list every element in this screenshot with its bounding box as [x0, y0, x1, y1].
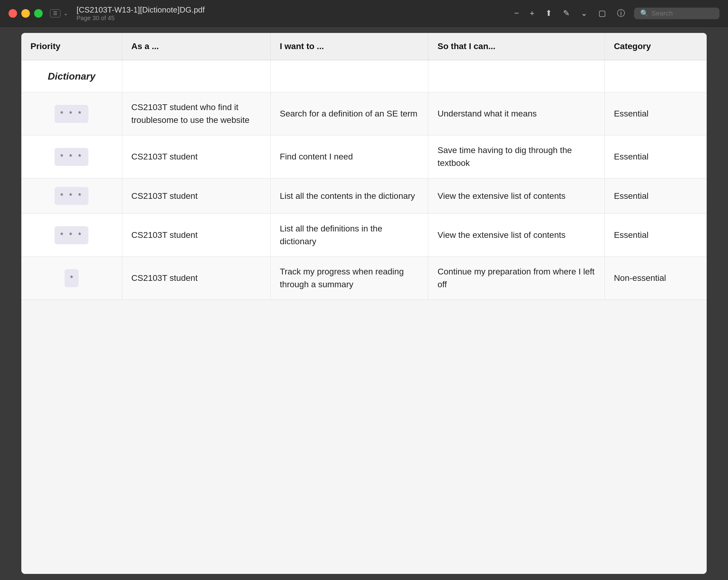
so-that-cell-3: View the extensive list of contents — [428, 178, 604, 214]
category-cell-3: Essential — [604, 178, 707, 214]
zoom-out-icon[interactable]: − — [514, 8, 519, 18]
priority-badge-5: * — [64, 269, 79, 287]
content-area: Priority As a ... I want to ... So that … — [21, 33, 707, 574]
dictionary-label: Dictionary — [48, 71, 96, 82]
toolbar-icons: − + ⬆ ✎ ⌄ ▢ ⓘ — [514, 8, 625, 19]
header-category: Category — [604, 33, 707, 60]
so-that-cell-1: Understand what it means — [428, 93, 604, 135]
header-as-a: As a ... — [122, 33, 270, 60]
section-label-cell: Dictionary — [21, 60, 122, 93]
section-want-to-cell — [270, 60, 428, 93]
maximize-button[interactable] — [34, 9, 43, 18]
header-priority: Priority — [21, 33, 122, 60]
table-header-row: Priority As a ... I want to ... So that … — [21, 33, 707, 60]
so-that-cell-2: Save time having to dig through the text… — [428, 135, 604, 178]
table-row: * * * CS2103T student List all the conte… — [21, 178, 707, 214]
sidebar-toggle-button[interactable]: ☰ — [50, 9, 60, 17]
priority-cell-2: * * * — [21, 135, 122, 178]
share-icon[interactable]: ⬆ — [545, 8, 552, 18]
category-cell-5: Non-essential — [604, 257, 707, 300]
as-a-cell-5: CS2103T student — [122, 257, 270, 300]
traffic-lights — [8, 9, 43, 18]
zoom-in-icon[interactable]: + — [530, 8, 535, 18]
priority-badge-1: * * * — [55, 105, 88, 123]
window-icon[interactable]: ▢ — [598, 8, 606, 18]
want-to-cell-2: Find content I need — [270, 135, 428, 178]
minimize-button[interactable] — [21, 9, 30, 18]
want-to-cell-3: List all the contents in the dictionary — [270, 178, 428, 214]
table-row: * * * CS2103T student who find it troubl… — [21, 93, 707, 135]
priority-cell-5: * — [21, 257, 122, 300]
table-wrapper: Priority As a ... I want to ... So that … — [21, 33, 707, 574]
priority-cell-4: * * * — [21, 214, 122, 257]
header-want-to: I want to ... — [270, 33, 428, 60]
search-icon: 🔍 — [640, 9, 648, 17]
want-to-cell-4: List all the definitions in the dictiona… — [270, 214, 428, 257]
search-input[interactable] — [651, 9, 713, 17]
window-title-section: [CS2103T-W13-1][Dictionote]DG.pdf Page 3… — [77, 5, 205, 22]
want-to-cell-5: Track my progress when reading through a… — [270, 257, 428, 300]
as-a-cell-2: CS2103T student — [122, 135, 270, 178]
category-cell-1: Essential — [604, 93, 707, 135]
table-row: * * * CS2103T student List all the defin… — [21, 214, 707, 257]
priority-cell-1: * * * — [21, 93, 122, 135]
want-to-cell-1: Search for a definition of an SE term — [270, 93, 428, 135]
as-a-cell-1: CS2103T student who find it troublesome … — [122, 93, 270, 135]
section-as-a-cell — [122, 60, 270, 93]
priority-cell-3: * * * — [21, 178, 122, 214]
search-bar[interactable]: 🔍 — [634, 8, 720, 19]
titlebar: ☰ ⌄ [CS2103T-W13-1][Dictionote]DG.pdf Pa… — [0, 0, 728, 27]
chevron-down-icon: ⌄ — [63, 10, 68, 17]
main-table: Priority As a ... I want to ... So that … — [21, 33, 707, 300]
section-category-cell — [604, 60, 707, 93]
window-title: [CS2103T-W13-1][Dictionote]DG.pdf — [77, 5, 205, 15]
info-icon[interactable]: ⓘ — [617, 8, 625, 19]
so-that-cell-4: View the extensive list of contents — [428, 214, 604, 257]
chevron-icon[interactable]: ⌄ — [581, 8, 588, 18]
table-row: * * * CS2103T student Find content I nee… — [21, 135, 707, 178]
so-that-cell-5: Continue my preparation from where I lef… — [428, 257, 604, 300]
as-a-cell-4: CS2103T student — [122, 214, 270, 257]
table-row: * CS2103T student Track my progress when… — [21, 257, 707, 300]
close-button[interactable] — [8, 9, 17, 18]
header-so-that: So that I can... — [428, 33, 604, 60]
priority-badge-3: * * * — [55, 187, 88, 205]
as-a-cell-3: CS2103T student — [122, 178, 270, 214]
category-cell-4: Essential — [604, 214, 707, 257]
priority-badge-4: * * * — [55, 226, 88, 244]
priority-badge-2: * * * — [55, 148, 88, 166]
category-cell-2: Essential — [604, 135, 707, 178]
section-so-that-cell — [428, 60, 604, 93]
window-subtitle: Page 30 of 45 — [77, 15, 205, 22]
section-label-row: Dictionary — [21, 60, 707, 93]
edit-icon[interactable]: ✎ — [563, 8, 570, 18]
